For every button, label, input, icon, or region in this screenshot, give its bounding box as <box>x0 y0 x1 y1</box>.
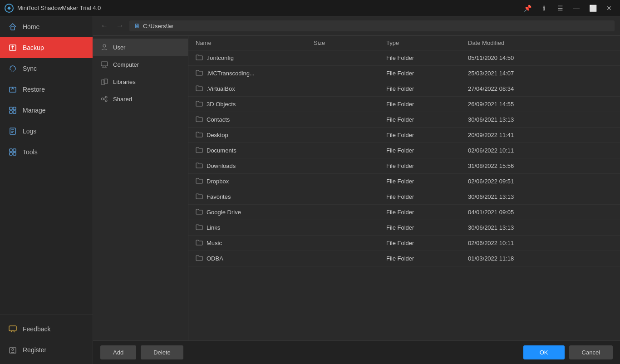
file-type-cell: File Folder <box>386 85 468 92</box>
folder-icon <box>196 116 203 123</box>
file-name-text: Favorites <box>207 193 231 200</box>
sidebar-item-tools[interactable]: Tools <box>0 142 93 162</box>
file-name-text: Desktop <box>207 132 228 138</box>
feedback-icon <box>8 325 17 334</box>
logs-icon <box>8 127 17 136</box>
close-button[interactable]: ✕ <box>603 2 615 15</box>
cancel-button[interactable]: Cancel <box>569 345 613 359</box>
path-text: C:\Users\lw <box>143 23 173 30</box>
col-header-date: Date Modified <box>468 39 613 46</box>
file-date-cell: 20/09/2022 11:41 <box>468 132 613 138</box>
file-name-text: ODBA <box>207 255 223 262</box>
table-row[interactable]: 3D Objects File Folder 26/09/2021 14:55 <box>188 97 620 112</box>
table-row[interactable]: .MCTranscoding... File Folder 25/03/2021… <box>188 66 620 81</box>
file-name-text: Downloads <box>207 162 236 169</box>
file-type-cell: File Folder <box>386 54 468 61</box>
table-row[interactable]: Downloads File Folder 31/08/2022 15:56 <box>188 158 620 174</box>
file-name-cell: .fontconfig <box>196 54 314 62</box>
bottom-left-buttons: Add Delete <box>100 345 183 359</box>
file-name-cell: .VirtualBox <box>196 85 314 93</box>
folder-icon <box>196 239 203 247</box>
file-name-cell: Google Drive <box>196 208 314 216</box>
tree-item-libraries[interactable]: Libraries <box>93 73 188 90</box>
table-row[interactable]: Links File Folder 30/06/2021 13:13 <box>188 220 620 236</box>
svg-rect-4 <box>10 107 12 110</box>
forward-button[interactable]: → <box>114 20 126 32</box>
file-date-cell: 25/03/2021 14:07 <box>468 70 613 77</box>
info-button[interactable]: ℹ <box>537 2 550 15</box>
svg-point-18 <box>12 349 14 350</box>
svg-rect-5 <box>13 107 16 110</box>
table-row[interactable]: Documents File Folder 02/06/2022 10:11 <box>188 143 620 158</box>
file-name-cell: Links <box>196 224 314 231</box>
ok-button[interactable]: OK <box>523 345 565 359</box>
sidebar-item-feedback[interactable]: Feedback <box>0 319 93 339</box>
tree-item-user[interactable]: User <box>93 39 188 56</box>
table-row[interactable]: Google Drive File Folder 04/01/2021 09:0… <box>188 205 620 220</box>
table-row[interactable]: Desktop File Folder 20/09/2022 11:41 <box>188 128 620 143</box>
tree-item-computer[interactable]: Computer <box>93 56 188 73</box>
tree-label-libraries: Libraries <box>113 79 136 85</box>
svg-point-19 <box>103 44 106 47</box>
tree-items: User Computer Libraries Shared <box>93 39 188 108</box>
home-icon <box>8 22 17 31</box>
file-name-cell: ODBA <box>196 255 314 262</box>
sidebar-item-logs[interactable]: Logs <box>0 121 93 142</box>
folder-icon <box>196 147 203 154</box>
table-row[interactable]: Dropbox File Folder 02/06/2022 09:51 <box>188 174 620 189</box>
file-type-cell: File Folder <box>386 116 468 123</box>
sidebar-item-backup[interactable]: Backup <box>0 37 93 58</box>
table-row[interactable]: Contacts File Folder 30/06/2021 13:13 <box>188 112 620 128</box>
sidebar-item-sync[interactable]: Sync <box>0 58 93 79</box>
bottom-right-buttons: OK Cancel <box>523 345 613 359</box>
tree-label-user: User <box>113 44 125 51</box>
restore-icon <box>8 85 17 94</box>
right-pane: Name Size Type Date Modified .fontconfig… <box>188 36 620 340</box>
sidebar-label-home: Home <box>23 23 39 30</box>
file-name-text: .MCTranscoding... <box>207 70 255 77</box>
split-pane: User Computer Libraries Shared Name Size… <box>93 36 620 340</box>
sidebar-label-restore: Restore <box>23 86 45 93</box>
file-date-cell: 05/11/2020 14:50 <box>468 54 613 61</box>
folder-icon <box>196 162 203 170</box>
menu-button[interactable]: ☰ <box>554 2 566 15</box>
file-type-cell: File Folder <box>386 209 468 216</box>
add-button[interactable]: Add <box>100 345 136 359</box>
file-name-cell: Downloads <box>196 162 314 170</box>
table-row[interactable]: .fontconfig File Folder 05/11/2020 14:50 <box>188 50 620 66</box>
file-date-cell: 04/01/2021 09:05 <box>468 209 613 216</box>
restore-button[interactable]: ⬜ <box>586 2 599 15</box>
sidebar-item-manage[interactable]: Manage <box>0 100 93 121</box>
svg-rect-1 <box>11 27 15 30</box>
table-row[interactable]: Favorites File Folder 30/06/2021 13:13 <box>188 189 620 205</box>
file-type-cell: File Folder <box>386 147 468 154</box>
tree-label-shared: Shared <box>113 96 132 103</box>
table-row[interactable]: ODBA File Folder 01/03/2022 11:18 <box>188 251 620 266</box>
svg-rect-15 <box>13 152 16 155</box>
sync-icon <box>8 64 17 73</box>
table-row[interactable]: Music File Folder 02/06/2022 10:11 <box>188 236 620 251</box>
sidebar-item-home[interactable]: Home <box>0 16 93 37</box>
sidebar-item-register[interactable]: Register <box>0 339 93 360</box>
file-date-cell: 26/09/2021 14:55 <box>468 101 613 108</box>
pin-button[interactable]: 📌 <box>521 2 534 15</box>
sidebar-register-label: Register <box>23 346 46 354</box>
folder-icon <box>196 208 203 216</box>
file-date-cell: 31/08/2022 15:56 <box>468 162 613 169</box>
file-table-header: Name Size Type Date Modified <box>188 36 620 50</box>
file-name-cell: Contacts <box>196 116 314 123</box>
path-bar: 🖥 C:\Users\lw <box>129 20 615 31</box>
nav-bar: ← → 🖥 C:\Users\lw <box>93 16 620 36</box>
file-type-cell: File Folder <box>386 132 468 138</box>
file-date-cell: 02/06/2022 10:11 <box>468 240 613 246</box>
sidebar-bottom: Feedback Register <box>0 315 93 364</box>
tree-item-shared[interactable]: Shared <box>93 90 188 108</box>
back-button[interactable]: ← <box>98 20 110 32</box>
svg-rect-13 <box>13 149 16 152</box>
folder-icon <box>196 224 203 231</box>
user-tree-icon <box>100 43 108 51</box>
sidebar-item-restore[interactable]: Restore <box>0 79 93 100</box>
minimize-button[interactable]: — <box>570 2 583 15</box>
delete-button[interactable]: Delete <box>141 345 183 359</box>
table-row[interactable]: .VirtualBox File Folder 27/04/2022 08:34 <box>188 81 620 97</box>
